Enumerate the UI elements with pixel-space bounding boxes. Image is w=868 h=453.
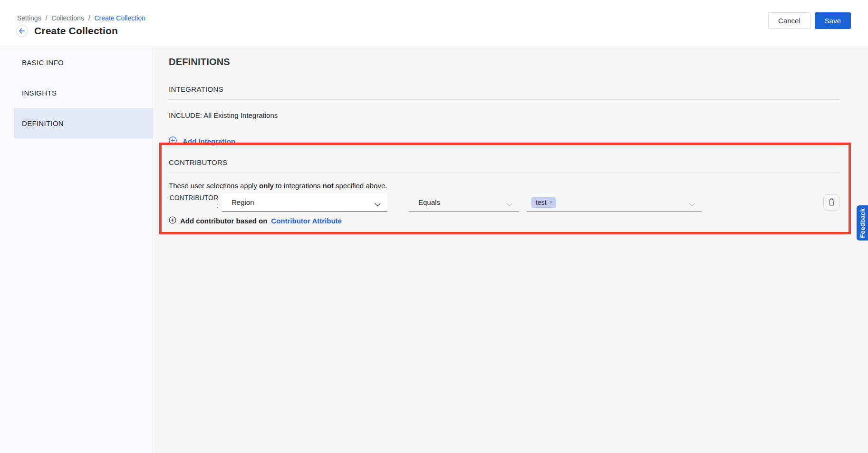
page-header: Settings / Collections / Create Collecti… (0, 0, 868, 47)
feedback-tab[interactable]: Feedback (857, 205, 868, 241)
content-layout: BASIC INFO INSIGHTS DEFINITION DEFINITIO… (0, 47, 868, 453)
integrations-divider (169, 99, 839, 100)
note-text: to integrations (274, 182, 323, 190)
cancel-button[interactable]: Cancel (768, 12, 810, 29)
contributor-label-colon: : (216, 202, 218, 209)
sidebar-item-label: BASIC INFO (22, 58, 64, 67)
sidebar-item-label: DEFINITION (22, 119, 64, 127)
sidebar-item-insights[interactable]: INSIGHTS (14, 77, 153, 108)
trash-icon (828, 198, 835, 207)
value-tag-label: test (536, 199, 547, 206)
contributors-section-label: CONTRIBUTORS (169, 158, 839, 166)
sidebar-item-label: INSIGHTS (22, 89, 57, 97)
breadcrumb-create-collection[interactable]: Create Collection (94, 14, 145, 22)
chevron-down-icon (689, 200, 695, 209)
contributor-label-text: CONTRIBUTOR (170, 194, 218, 202)
integrations-section: INTEGRATIONS INCLUDE: All Existing Integ… (169, 85, 839, 146)
page-title: Create Collection (34, 25, 118, 37)
add-contributor-text: Add contributor based on (180, 217, 267, 225)
values-multiselect[interactable]: test × (527, 193, 702, 212)
integrations-section-label: INTEGRATIONS (169, 85, 839, 93)
add-integration-label: Add Integration (183, 137, 235, 145)
definitions-heading: DEFINITIONS (169, 57, 839, 67)
title-row: Create Collection (16, 25, 118, 37)
sidebar: BASIC INFO INSIGHTS DEFINITION (0, 47, 153, 453)
back-button[interactable] (16, 25, 28, 37)
back-arrow-icon (19, 28, 25, 34)
attribute-select-value: Region (222, 198, 254, 206)
note-bold-only: only (259, 182, 274, 190)
contributors-section: CONTRIBUTORS These user selections apply… (169, 158, 839, 225)
breadcrumb-separator: / (88, 14, 90, 22)
include-text: INCLUDE: All Existing Integrations (169, 111, 839, 119)
contributor-row-label: CONTRIBUTOR : (169, 194, 218, 212)
save-button[interactable]: Save (815, 12, 851, 29)
attribute-select[interactable]: Region (222, 193, 387, 212)
plus-circle-icon (169, 136, 177, 146)
contributor-attribute-link[interactable]: Contributor Attribute (271, 217, 342, 225)
breadcrumb-settings[interactable]: Settings (17, 14, 41, 22)
main-panel: DEFINITIONS INTEGRATIONS INCLUDE: All Ex… (153, 47, 868, 453)
value-tag: test × (531, 197, 556, 208)
contributors-divider (169, 173, 839, 173)
operator-select[interactable]: Equals (409, 193, 519, 212)
plus-circle-icon (169, 216, 176, 225)
contributors-note: These user selections apply only to inte… (169, 182, 839, 190)
add-integration-button[interactable]: Add Integration (169, 136, 235, 146)
chevron-down-icon (375, 200, 381, 209)
add-contributor-button[interactable]: Add contributor based on Contributor Att… (169, 216, 342, 225)
breadcrumb-collections[interactable]: Collections (51, 14, 84, 22)
remove-tag-icon[interactable]: × (550, 199, 553, 206)
delete-rule-button[interactable] (823, 194, 839, 211)
note-text: specified above. (334, 182, 387, 190)
contributor-rule-row: CONTRIBUTOR : Region Equals (169, 193, 839, 212)
header-actions: Cancel Save (768, 12, 851, 29)
breadcrumb: Settings / Collections / Create Collecti… (17, 14, 145, 22)
chevron-down-icon (506, 200, 512, 209)
feedback-tab-label: Feedback (859, 208, 866, 238)
note-bold-not: not (323, 182, 334, 190)
note-text: These user selections apply (169, 182, 259, 190)
sidebar-item-definition[interactable]: DEFINITION (14, 108, 153, 138)
operator-select-value: Equals (409, 198, 440, 206)
sidebar-item-basic-info[interactable]: BASIC INFO (14, 47, 153, 77)
breadcrumb-separator: / (45, 14, 47, 22)
